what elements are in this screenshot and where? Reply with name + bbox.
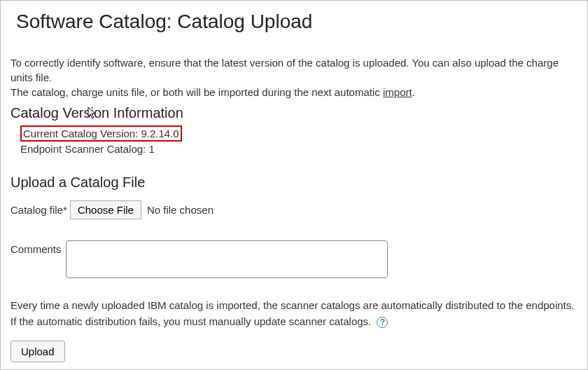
intro-line-2: The catalog, charge units file, or both … <box>10 85 578 100</box>
no-file-chosen-text: No file chosen <box>147 204 214 216</box>
current-version-label: Current Catalog Version: <box>23 128 138 139</box>
catalog-file-label: Catalog file* <box>10 204 67 216</box>
version-block: Current Catalog Version: 9.2.14.0 Endpoi… <box>20 125 578 155</box>
intro-text: To correctly identify software, ensure t… <box>10 55 578 100</box>
note-line-2-wrap: If the automatic distribution fails, you… <box>10 314 578 330</box>
intro-line-2-pre: The catalog, charge units file, or both … <box>10 86 383 98</box>
file-row: Catalog file* Choose File No file chosen <box>10 200 578 219</box>
page-title: Software Catalog: Catalog Upload <box>1 1 587 33</box>
upload-button[interactable]: Upload <box>10 341 65 362</box>
endpoint-value: 1 <box>148 143 154 155</box>
comments-textarea[interactable] <box>66 240 388 278</box>
endpoint-label: Endpoint Scanner Catalog: <box>20 143 146 155</box>
current-catalog-version-row: Current Catalog Version: 9.2.14.0 <box>20 125 182 142</box>
note-line-1: Every time a newly uploaded IBM catalog … <box>10 298 578 314</box>
choose-file-button[interactable]: Choose File <box>70 200 141 219</box>
section-version-header: Catalog Version Information <box>10 105 578 121</box>
intro-line-2-post: . <box>412 86 415 98</box>
current-version-value: 9.2.14.0 <box>141 128 178 139</box>
note-line-2: If the automatic distribution fails, you… <box>10 315 371 327</box>
import-link[interactable]: import <box>383 86 412 98</box>
section-upload-header: Upload a Catalog File <box>10 174 578 191</box>
note-block: Every time a newly uploaded IBM catalog … <box>10 298 578 329</box>
help-icon[interactable]: ? <box>377 317 388 328</box>
intro-line-1: To correctly identify software, ensure t… <box>10 55 578 85</box>
comments-row: Comments <box>10 240 578 278</box>
comments-label: Comments <box>10 240 62 255</box>
endpoint-scanner-row: Endpoint Scanner Catalog: 1 <box>20 143 578 155</box>
